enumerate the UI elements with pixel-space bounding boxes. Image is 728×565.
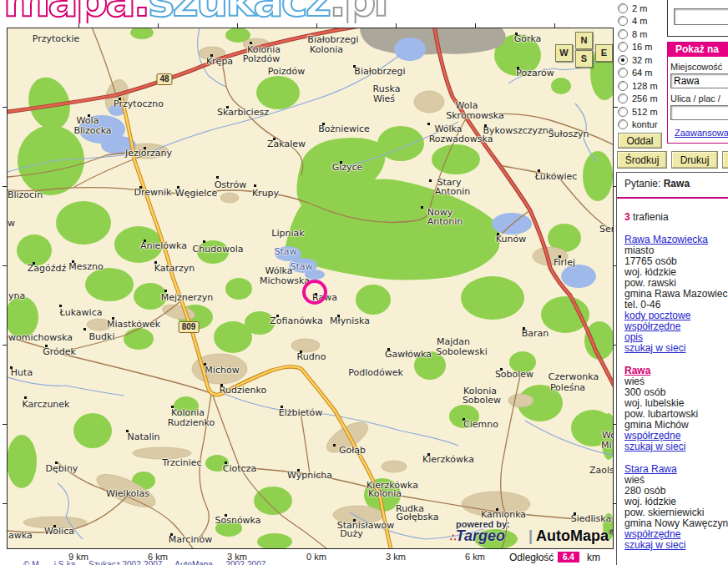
miejscowosc-input[interactable]	[670, 73, 728, 88]
radio-icon[interactable]	[618, 3, 628, 13]
map-label: Natalin	[127, 432, 159, 441]
radio-icon[interactable]	[618, 42, 628, 52]
oddal-button[interactable]: Oddal	[618, 133, 662, 149]
map-label: Baran	[522, 329, 549, 338]
map-label: Zaolszynie	[589, 466, 614, 475]
map-label: Staw	[274, 247, 296, 256]
result-action-link[interactable]: opis	[624, 331, 643, 343]
village-dot	[273, 138, 276, 140]
village-dot	[281, 406, 283, 408]
map-label: Sosnówka	[215, 516, 260, 525]
zoom-option-128m[interactable]: 128 m	[618, 79, 668, 93]
village-dot	[429, 179, 432, 182]
frame-tick	[554, 23, 555, 28]
zoom-option-label: 256 m	[632, 93, 658, 103]
zoom-option-64m[interactable]: 64 m	[618, 67, 668, 80]
map-label: Kolonia	[310, 45, 343, 54]
zoom-option-label: 128 m	[632, 81, 658, 91]
pan-e-button[interactable]: E	[595, 44, 613, 62]
map-label: Bykowszczyzna	[483, 126, 554, 135]
drukuj-button[interactable]: Drukuj	[671, 151, 718, 169]
coordinates-input[interactable]	[674, 8, 728, 25]
map-label: Białobrzegi	[307, 35, 358, 44]
zoom-option-2m[interactable]: 2 m	[618, 2, 668, 15]
zoom-option-512m[interactable]: 512 m	[618, 105, 668, 119]
zoom-option-256m[interactable]: 256 m	[618, 93, 668, 106]
radio-icon[interactable]	[618, 93, 628, 103]
map-label: Staw	[290, 262, 312, 271]
map-label: Poleśna	[550, 383, 585, 392]
result-action-link[interactable]: współrzędne	[624, 528, 680, 540]
map-label: Michów	[205, 366, 239, 375]
map-label: awka	[8, 531, 33, 540]
village-dot	[204, 363, 206, 366]
map-label: Duży	[340, 529, 363, 538]
radio-icon[interactable]	[618, 29, 628, 39]
targeo-logo[interactable]: ∴Targeo	[450, 527, 505, 545]
village-dot	[10, 366, 13, 369]
map-label: Budki	[89, 332, 115, 341]
map-label: Gawłówka	[385, 350, 432, 359]
village-dot	[515, 33, 518, 35]
map-label: Przytockie	[33, 34, 80, 43]
village-dot	[353, 519, 356, 522]
search-result-marker[interactable]	[302, 280, 327, 305]
map-label: Młyniska	[330, 316, 370, 325]
automapa-logo[interactable]: AutoMapa®	[536, 527, 614, 545]
map-label: Wielkolas	[106, 489, 149, 498]
zoom-option-16m[interactable]: 16 m	[618, 41, 668, 54]
map-label: Blizocin	[8, 190, 43, 199]
map-label: Rudzienko	[220, 386, 266, 395]
srodkuj-button[interactable]: Środkuj	[617, 151, 667, 169]
result-action-link[interactable]: kody pocztowe	[624, 310, 690, 321]
village-dot	[322, 123, 325, 125]
village-dot	[154, 261, 157, 264]
result-action-link[interactable]: szukaj w sieci	[624, 539, 685, 551]
village-dot	[300, 351, 302, 353]
zoom-option-4m[interactable]: 4 m	[618, 15, 668, 28]
radio-icon[interactable]	[618, 107, 628, 117]
result-action-link[interactable]: szukaj w sieci	[624, 342, 685, 354]
pan-s-button[interactable]: S	[575, 50, 593, 68]
map-label: Wypnicha	[287, 471, 332, 480]
zoom-option-32m[interactable]: 32 m	[618, 53, 668, 67]
result-action-link[interactable]: współrzędne	[624, 430, 680, 441]
result-action-link[interactable]: współrzędne	[624, 320, 680, 332]
map-label: Łukawica	[60, 308, 103, 317]
village-dot	[210, 54, 213, 57]
site-logo[interactable]: mapa.szukacz.pl	[0, 0, 614, 23]
map-label: Majdan	[437, 337, 470, 346]
village-dot	[59, 305, 62, 307]
advanced-search-link[interactable]: Zaawansowa	[675, 128, 728, 138]
village-dot	[203, 240, 205, 243]
result-count: 3 trafienia	[624, 211, 728, 223]
zoom-option-kontur[interactable]: kontur	[618, 119, 668, 132]
map-label: Serock	[599, 224, 614, 234]
village-dot	[144, 240, 146, 242]
frame-tick	[316, 23, 317, 28]
pan-w-button[interactable]: W	[555, 44, 573, 62]
village-dot	[119, 98, 121, 100]
village-dot	[126, 430, 129, 432]
radio-icon[interactable]	[618, 119, 628, 129]
map-label: Rudzienko	[168, 418, 215, 427]
map-viewport[interactable]: PrzytockieKoloniaPolzdówKrępaPoizdówBiał…	[7, 28, 614, 549]
radio-icon[interactable]	[618, 55, 628, 65]
map-label: Węgielce	[175, 189, 217, 198]
targeo-dots-icon: ∴	[450, 532, 456, 543]
map-label: Jeziorzany	[125, 149, 172, 158]
map-label: Białobrzegi	[354, 67, 405, 76]
logo-szukacz: szukacz	[148, 0, 329, 23]
map-label: Lipniak	[271, 229, 304, 238]
radio-icon[interactable]	[618, 16, 628, 26]
ulica-input[interactable]	[670, 105, 728, 120]
result-action-link[interactable]: szukaj w sieci	[624, 441, 685, 452]
village-dot	[484, 124, 487, 127]
zoom-in-button[interactable]: Z	[722, 151, 728, 169]
radio-icon[interactable]	[618, 81, 628, 91]
village-dot	[421, 206, 423, 209]
logo-mapa: mapa.	[3, 0, 148, 23]
pan-n-button[interactable]: N	[575, 32, 593, 49]
zoom-option-8m[interactable]: 8 m	[618, 28, 668, 41]
radio-icon[interactable]	[618, 68, 628, 78]
